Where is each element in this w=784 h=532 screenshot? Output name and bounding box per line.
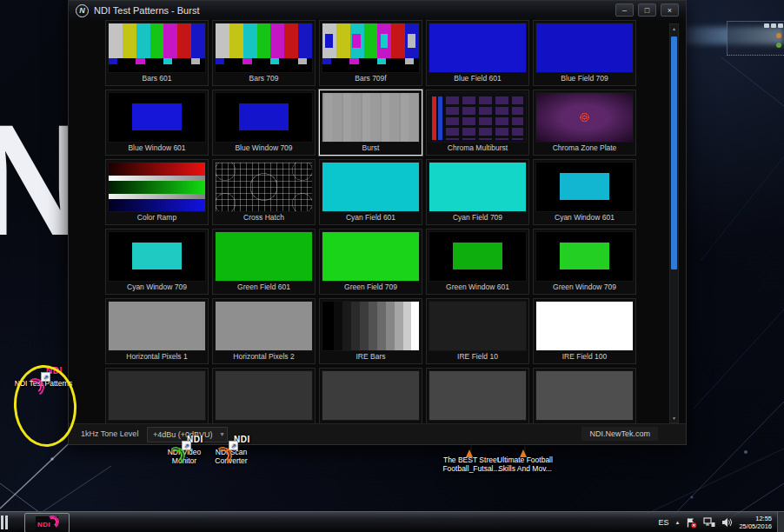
pattern-thumbnail [108,231,206,282]
pattern-cell-green-field-709[interactable]: Green Field 709 [319,229,422,295]
pattern-cell-blue-window-601[interactable]: Blue Window 601 [105,90,209,156]
pattern-label: Blue Window 601 [108,143,206,153]
pattern-cell-green-window-709[interactable]: Green Window 709 [533,229,636,295]
window-title: NDI Test Patterns - Burst [94,5,199,16]
pattern-thumbnail [215,162,313,212]
pattern-cell-burst[interactable]: Burst [319,90,422,156]
pattern-label: IRE Bars [322,351,420,362]
shortcut-ndi-video-monitor[interactable]: NDI ↗ NDI Video Monitor [158,448,210,465]
taskbar-ndi-button[interactable]: NDI [24,513,70,532]
pattern-label: Blue Window 709 [215,143,313,153]
pattern-cell-cyan-window-601[interactable]: Cyan Window 601 [533,159,636,225]
pattern-label: Green Field 709 [322,282,420,292]
shortcut-ndi-scan-converter[interactable]: NDI ↗ NDI Scan Converter [205,448,257,465]
tone-level-label: 1kHz Tone Level [81,429,138,438]
scroll-down-arrow[interactable]: ▼ [670,414,678,422]
close-button[interactable]: × [661,3,679,17]
shortcut-video-file-1[interactable]: The BEST Street Football_Futsal... [442,447,501,473]
pattern-label: Burst [322,143,420,153]
pattern-label: Cross Hatch [215,212,313,223]
pattern-cell-bars-601[interactable]: Bars 601 [105,20,209,86]
pattern-cell-unlabeled[interactable] [105,368,209,425]
widget-green-dot-icon [776,43,781,48]
pattern-label: Green Field 601 [215,282,313,292]
network-icon[interactable] [703,517,715,528]
pattern-cell-unlabeled[interactable] [533,368,636,425]
ndi-taskbar-icon: NDI [36,516,58,530]
pattern-label: IRE Field 100 [535,351,634,362]
pattern-thumbnail [429,370,527,421]
pattern-thumbnail [108,301,206,351]
pattern-label: Green Window 601 [429,282,527,292]
pattern-label: Chroma Zone Plate [535,143,634,153]
pattern-cell-chroma-zone-plate[interactable]: Chroma Zone Plate [533,90,636,156]
scrollbar[interactable]: ▲ ▼ [669,23,679,423]
pattern-cell-blue-window-709[interactable]: Blue Window 709 [212,90,316,156]
window-titlebar[interactable]: N NDI Test Patterns - Burst – □ × [69,1,686,20]
pattern-cell-cyan-field-709[interactable]: Cyan Field 709 [426,159,529,225]
pattern-label: Bars 601 [108,73,206,83]
pattern-cell-cross-hatch[interactable]: Cross Hatch [212,159,316,225]
pattern-cell-blue-field-709[interactable]: Blue Field 709 [533,20,636,86]
show-hidden-icons-arrow[interactable]: ▲ [675,520,681,525]
pattern-thumbnail [535,23,634,73]
pattern-cell-blue-field-601[interactable]: Blue Field 601 [426,20,529,86]
video-thumbnail-icon [524,446,526,456]
pattern-window-rect [239,103,289,130]
scroll-thumb[interactable] [671,37,677,269]
pattern-thumbnail [429,301,527,351]
pattern-label: Blue Field 601 [429,73,527,83]
pattern-cell-bars-709f[interactable]: Bars 709f [319,20,422,86]
window-footer: 1kHz Tone Level +4dBu (+0dBVU) ▾ NDI.New… [69,423,686,444]
maximize-button[interactable]: □ [638,3,656,17]
pattern-cell-ire-field-10[interactable]: IRE Field 10 [426,298,529,364]
pattern-label: Green Window 709 [535,282,634,292]
minimize-button[interactable]: – [615,3,634,17]
desktop-widget[interactable] [727,21,784,56]
pattern-thumbnail [429,162,527,212]
pattern-cell-horizontal-pixels-1[interactable]: Horizontal Pixels 1 [105,298,209,364]
chevron-down-icon: ▾ [221,428,224,442]
language-indicator[interactable]: ES [658,518,668,527]
pattern-label: Bars 709 [215,73,313,83]
pattern-cell-unlabeled[interactable] [426,368,529,425]
pattern-cell-horizontal-pixels-2[interactable]: Horizontal Pixels 2 [212,298,316,364]
widget-toolbar-icons[interactable] [764,23,783,28]
pattern-thumbnail [322,23,420,73]
pattern-cell-unlabeled[interactable] [212,368,316,425]
pattern-thumbnail [108,23,206,73]
pattern-window-rect [560,243,610,269]
pattern-cell-unlabeled[interactable] [319,368,422,425]
show-desktop-button[interactable] [777,512,784,532]
pattern-cell-green-field-601[interactable]: Green Field 601 [212,229,316,295]
pattern-label: Cyan Field 709 [429,212,527,223]
shortcut-video-file-2[interactable]: Ultimate Football Skills And Mov... [495,447,555,473]
taskbar-edge-icon[interactable] [1,515,10,529]
pattern-thumbnail [215,370,313,421]
pattern-thumbnail [215,231,313,282]
pattern-thumbnail [322,301,420,351]
pattern-cell-ire-bars[interactable]: IRE Bars [319,298,422,364]
scroll-up-arrow[interactable]: ▲ [670,24,678,33]
clock[interactable]: 12:55 25/05/2016 [739,515,772,530]
pattern-cell-green-window-601[interactable]: Green Window 601 [426,229,529,295]
pattern-cell-ire-field-100[interactable]: IRE Field 100 [533,298,636,364]
pattern-cell-chroma-multiburst[interactable]: Chroma Multiburst [426,90,529,156]
pattern-label: Cyan Window 601 [535,212,634,223]
pattern-cell-cyan-field-601[interactable]: Cyan Field 601 [319,159,422,225]
pattern-cell-cyan-window-709[interactable]: Cyan Window 709 [105,229,209,295]
pattern-cell-bars-709[interactable]: Bars 709 [212,20,316,86]
ndi-test-patterns-window: N NDI Test Patterns - Burst – □ × Bars 6… [68,0,687,445]
pattern-window-rect [560,173,610,199]
pattern-thumbnail [429,23,527,73]
action-center-flag-icon[interactable] [686,517,697,529]
vlc-cone-icon [466,449,473,457]
website-link[interactable]: NDI.NewTek.com [581,427,658,441]
pattern-label: Horizontal Pixels 2 [215,351,313,362]
pattern-label: Horizontal Pixels 1 [108,351,206,362]
pattern-thumbnail [535,231,634,282]
pattern-window-rect [453,243,503,269]
pattern-cell-color-ramp[interactable]: Color Ramp [105,159,209,225]
volume-icon[interactable] [721,517,733,528]
video-thumbnail-icon [470,446,472,456]
